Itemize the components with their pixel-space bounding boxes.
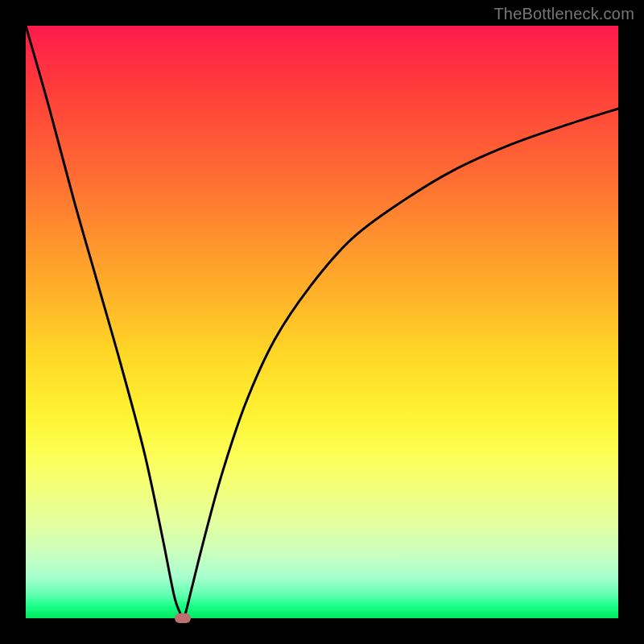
chart-frame: TheBottleneck.com (0, 0, 644, 644)
watermark-text: TheBottleneck.com (493, 5, 634, 23)
bottleneck-curve (26, 26, 618, 618)
plot-area (26, 26, 618, 618)
curve-svg (26, 26, 618, 618)
minimum-marker (175, 613, 191, 623)
